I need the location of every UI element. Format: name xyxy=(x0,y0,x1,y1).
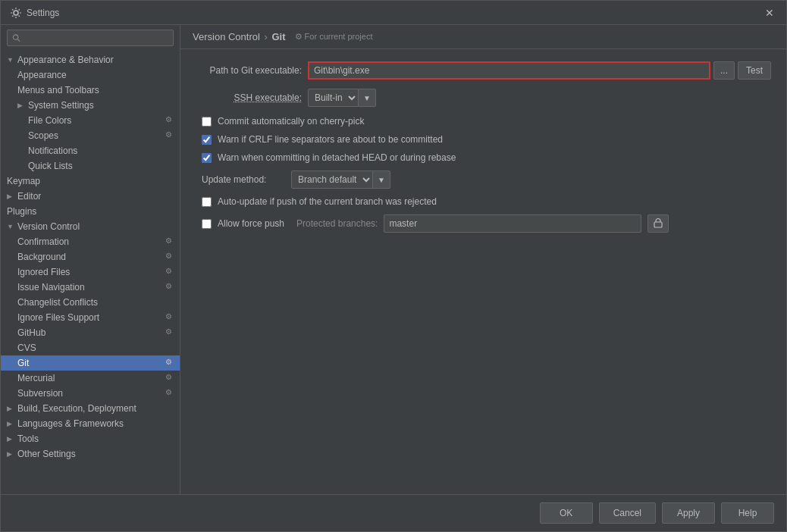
search-box[interactable] xyxy=(7,30,174,46)
sidebar-item-label: File Colors xyxy=(28,115,71,126)
breadcrumb-version-control: Version Control › Git xyxy=(193,31,286,42)
sidebar-item-languages-frameworks[interactable]: ▶ Languages & Frameworks xyxy=(1,416,180,431)
protected-branches-input[interactable] xyxy=(384,214,641,233)
sidebar-item-mercurial[interactable]: Mercurial ⚙ xyxy=(1,371,180,386)
detached-head-label: Warn when committing in detached HEAD or… xyxy=(218,152,456,163)
config-icon: ⚙ xyxy=(163,358,174,368)
sidebar-item-version-control[interactable]: ▼ Version Control xyxy=(1,219,180,234)
force-push-label: Allow force push xyxy=(218,218,284,229)
ok-button[interactable]: OK xyxy=(540,502,593,524)
svg-line-2 xyxy=(17,39,20,42)
update-dropdown-button[interactable]: ▼ xyxy=(373,171,390,189)
git-path-input-wrap: ... Test xyxy=(308,61,771,80)
title-bar: Settings ✕ xyxy=(1,1,786,25)
sidebar-item-appearance[interactable]: Appearance xyxy=(1,67,180,83)
search-icon xyxy=(12,33,20,42)
sidebar-item-quick-lists[interactable]: Quick Lists xyxy=(1,158,180,174)
sidebar-item-label: Changelist Conflicts xyxy=(17,297,98,308)
sidebar-item-label: Git xyxy=(17,358,29,368)
sidebar-item-label: Background xyxy=(17,252,66,262)
sidebar-item-ignored-files[interactable]: Ignored Files ⚙ xyxy=(1,264,180,280)
sidebar-item-file-colors[interactable]: File Colors ⚙ xyxy=(1,113,180,128)
sidebar-item-label: Ignored Files xyxy=(17,267,70,277)
protected-branches-button[interactable] xyxy=(647,214,669,233)
sidebar-item-label: CVS xyxy=(17,343,36,353)
sidebar-item-label: Quick Lists xyxy=(28,161,73,171)
ssh-label: SSH executable: xyxy=(196,92,302,103)
sidebar-item-label: Issue Navigation xyxy=(17,282,85,293)
expand-arrow: ▶ xyxy=(7,450,14,458)
sidebar-item-github[interactable]: GitHub ⚙ xyxy=(1,325,180,340)
bottom-bar: OK Cancel Apply Help xyxy=(1,494,786,531)
sidebar-item-label: Notifications xyxy=(28,146,77,156)
sidebar-item-label: Plugins xyxy=(7,206,36,217)
close-button[interactable]: ✕ xyxy=(762,5,777,20)
settings-icon xyxy=(10,7,22,19)
sidebar-item-ignore-files-support[interactable]: Ignore Files Support ⚙ xyxy=(1,310,180,325)
sidebar-item-system-settings[interactable]: ▶ System Settings xyxy=(1,98,180,113)
sidebar-item-plugins[interactable]: Plugins xyxy=(1,204,180,219)
update-method-select[interactable]: Branch default Merge Rebase xyxy=(291,171,373,189)
crlf-row: Warn if CRLF line separators are about t… xyxy=(196,134,771,145)
detached-head-row: Warn when committing in detached HEAD or… xyxy=(196,152,771,163)
sidebar-item-appearance-behavior[interactable]: ▼ Appearance & Behavior xyxy=(1,52,180,67)
cherry-pick-row: Commit automatically on cherry-pick xyxy=(196,116,771,127)
main-content: ▼ Appearance & Behavior Appearance Menus… xyxy=(1,25,786,494)
ssh-select-wrap: Built-in ▼ xyxy=(308,89,376,107)
search-input[interactable] xyxy=(24,33,168,43)
content-header: Version Control › Git ⚙ For current proj… xyxy=(180,25,786,49)
sidebar-item-editor[interactable]: ▶ Editor xyxy=(1,189,180,204)
sidebar-item-git[interactable]: Git ⚙ xyxy=(1,355,180,371)
sidebar-item-scopes[interactable]: Scopes ⚙ xyxy=(1,128,180,143)
config-icon: ⚙ xyxy=(163,267,174,277)
cherry-pick-checkbox[interactable] xyxy=(202,117,212,127)
auto-update-label: Auto-update if push of the current branc… xyxy=(218,196,437,207)
ssh-row: SSH executable: Built-in ▼ xyxy=(196,89,771,107)
sidebar-item-cvs[interactable]: CVS xyxy=(1,340,180,355)
crlf-checkbox[interactable] xyxy=(202,135,212,145)
ssh-dropdown-button[interactable]: ▼ xyxy=(359,89,376,107)
force-push-row: Allow force push Protected branches: xyxy=(196,214,771,233)
sidebar-item-label: Confirmation xyxy=(17,236,69,247)
sidebar-item-changelist-conflicts[interactable]: Changelist Conflicts xyxy=(1,295,180,310)
git-path-label: Path to Git executable: xyxy=(196,65,302,76)
sidebar-item-issue-navigation[interactable]: Issue Navigation ⚙ xyxy=(1,280,180,295)
detached-head-checkbox[interactable] xyxy=(202,153,212,163)
sidebar-item-menus-toolbars[interactable]: Menus and Toolbars xyxy=(1,83,180,98)
apply-button[interactable]: Apply xyxy=(662,502,715,524)
config-icon: ⚙ xyxy=(163,236,174,247)
config-icon: ⚙ xyxy=(163,252,174,262)
sidebar-item-tools[interactable]: ▶ Tools xyxy=(1,431,180,446)
auto-update-checkbox[interactable] xyxy=(202,197,212,207)
svg-point-1 xyxy=(13,35,17,39)
update-method-label: Update method: xyxy=(202,174,285,185)
sidebar-item-label: Ignore Files Support xyxy=(17,312,99,323)
sidebar-item-keymap[interactable]: Keymap xyxy=(1,174,180,189)
ssh-select[interactable]: Built-in xyxy=(308,89,359,107)
cancel-button[interactable]: Cancel xyxy=(599,502,656,524)
sidebar-item-label: Menus and Toolbars xyxy=(17,85,99,95)
help-button[interactable]: Help xyxy=(721,502,774,524)
git-path-input[interactable] xyxy=(308,61,710,80)
sidebar-item-notifications[interactable]: Notifications xyxy=(1,143,180,158)
sidebar-item-label: Tools xyxy=(17,433,39,444)
cherry-pick-label: Commit automatically on cherry-pick xyxy=(218,116,364,127)
sidebar-item-subversion[interactable]: Subversion ⚙ xyxy=(1,386,180,401)
expand-arrow: ▶ xyxy=(7,192,14,200)
sidebar-item-background[interactable]: Background ⚙ xyxy=(1,249,180,264)
sidebar-item-other-settings[interactable]: ▶ Other Settings xyxy=(1,446,180,462)
sidebar-item-label: Other Settings xyxy=(17,449,76,459)
auto-update-row: Auto-update if push of the current branc… xyxy=(196,196,771,207)
git-path-row: Path to Git executable: ... Test xyxy=(196,61,771,80)
sidebar-item-build-execution[interactable]: ▶ Build, Execution, Deployment xyxy=(1,401,180,416)
sidebar-item-label: Version Control xyxy=(17,221,80,232)
browse-button[interactable]: ... xyxy=(713,61,735,80)
test-button[interactable]: Test xyxy=(738,61,771,80)
config-icon: ⚙ xyxy=(163,312,174,323)
dialog-title: Settings xyxy=(27,8,59,18)
sidebar-item-label: Keymap xyxy=(7,176,40,186)
crlf-label: Warn if CRLF line separators are about t… xyxy=(218,134,443,145)
force-push-checkbox[interactable] xyxy=(202,219,212,229)
content-body: Path to Git executable: ... Test SSH exe… xyxy=(180,49,786,494)
sidebar-item-confirmation[interactable]: Confirmation ⚙ xyxy=(1,234,180,249)
